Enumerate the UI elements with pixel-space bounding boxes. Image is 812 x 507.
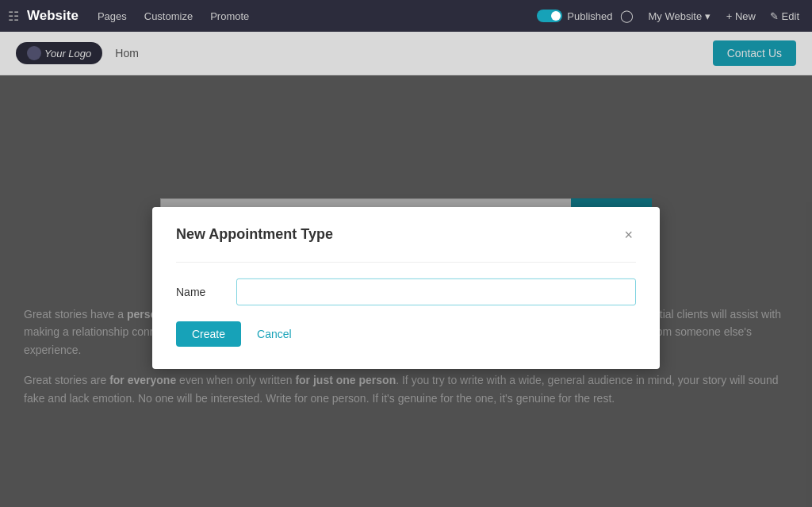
logo-oval [27,46,41,60]
published-toggle[interactable] [537,10,562,22]
nav-promote[interactable]: Promote [204,10,255,22]
grid-icon[interactable]: ☷ [8,9,19,24]
nav-pages[interactable]: Pages [91,10,133,22]
published-toggle-area: Published [537,10,612,22]
modal-close-button[interactable]: × [621,227,636,241]
name-input[interactable] [236,278,636,305]
nav-customize[interactable]: Customize [138,10,199,22]
modal-divider [176,262,636,263]
name-label: Name [176,286,224,298]
modal-footer: Create Cancel [176,321,636,347]
edit-btn[interactable]: ✎ Edit [765,10,804,22]
site-nav-home[interactable]: Hom [115,47,139,60]
background-content: Subscribe Great stories have a personali… [0,75,812,507]
my-website-btn[interactable]: My Website ▾ [642,10,716,22]
modal-title: New Appointment Type [176,226,333,243]
contact-us-button[interactable]: Contact Us [713,40,796,66]
top-navbar: ☷ Website Pages Customize Promote Publis… [0,0,812,32]
logo-text: Your Logo [44,48,91,60]
site-header: Your Logo Hom Contact Us [0,32,812,75]
create-button[interactable]: Create [176,321,241,347]
brand-label: Website [27,8,79,24]
published-label: Published [567,10,612,22]
logo: Your Logo [16,42,102,64]
cancel-button[interactable]: Cancel [254,321,295,347]
modal-header: New Appointment Type × [176,226,636,243]
mobile-icon[interactable]: ◯ [620,9,634,23]
new-btn[interactable]: + New [722,10,760,22]
modal-body: Name [176,278,636,305]
name-field-row: Name [176,278,636,305]
new-appointment-modal: New Appointment Type × Name Create Cance… [152,207,660,369]
